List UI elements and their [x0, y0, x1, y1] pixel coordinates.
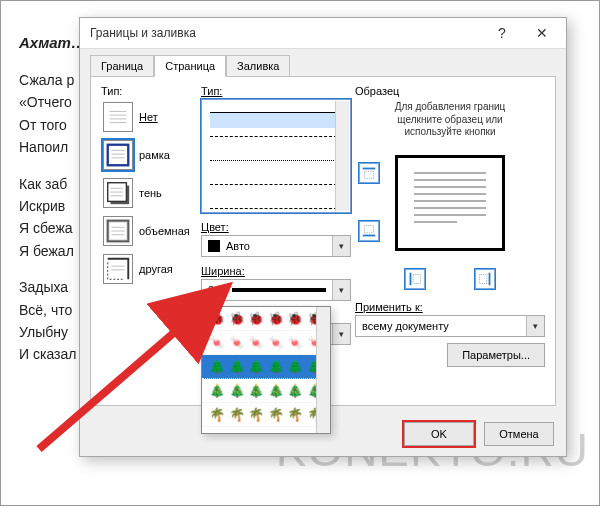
svg-rect-26	[480, 274, 487, 283]
art-option-trees-dark[interactable]: 🎄 🎄 🎄 🎄 🎄 🎄	[202, 379, 330, 403]
setting-column: Тип: Нет рамка тень	[101, 85, 197, 397]
style-scrollbar[interactable]	[335, 101, 349, 211]
cancel-button[interactable]: Отмена	[484, 422, 554, 446]
width-combo[interactable]: 3 пт ▾	[201, 279, 351, 301]
line-style-list[interactable]	[201, 99, 351, 213]
tab-border[interactable]: Граница	[90, 55, 154, 77]
preview-area	[355, 145, 545, 295]
dialog-footer: OK Отмена	[404, 422, 554, 446]
svg-rect-21	[365, 171, 374, 178]
box-icon	[103, 140, 133, 170]
art-option-palms[interactable]: 🌴 🌴 🌴 🌴 🌴 🌴	[202, 403, 330, 427]
chevron-down-icon: ▾	[332, 236, 350, 256]
type-3d[interactable]: объемная	[101, 213, 197, 249]
art-option-trees-green[interactable]: 🌲 🌲 🌲 🌲 🌲 🌲	[202, 355, 330, 379]
line-style-dotted[interactable]	[210, 160, 342, 176]
type-none[interactable]: Нет	[101, 99, 197, 135]
art-dropdown-list[interactable]: 🐞 🐞 🐞 🐞 🐞 🐞 🍬 🍬 🍬 🍬 🍬 🍬 🌲 🌲 🌲 🌲 🌲 🌲 🎄 🎄 …	[201, 306, 331, 434]
line-style-dashed1[interactable]	[210, 136, 342, 152]
three-d-icon	[103, 216, 133, 246]
type-custom[interactable]: другая	[101, 251, 197, 287]
width-preview-icon	[232, 288, 326, 292]
close-button[interactable]: ✕	[522, 19, 562, 47]
svg-rect-22	[365, 225, 374, 232]
dialog-titlebar[interactable]: Границы и заливка ? ✕	[80, 18, 566, 48]
color-label: Цвет:	[201, 221, 351, 233]
custom-icon	[103, 254, 133, 284]
width-label: Ширина:	[201, 265, 351, 277]
shadow-icon	[103, 178, 133, 208]
edge-right-button[interactable]	[475, 269, 495, 289]
sample-hint: Для добавления границ щелкните образец и…	[355, 101, 545, 139]
none-icon	[103, 102, 133, 132]
tab-strip: Граница Страница Заливка	[90, 55, 556, 77]
chevron-down-icon: ▾	[332, 280, 350, 300]
line-style-solid[interactable]	[210, 112, 342, 128]
type-shadow[interactable]: тень	[101, 175, 197, 211]
apply-to-row: Применить к: всему документу ▾ Параметры…	[355, 301, 545, 367]
options-button[interactable]: Параметры...	[447, 343, 545, 367]
color-combo[interactable]: Авто ▾	[201, 235, 351, 257]
chevron-down-icon: ▾	[332, 324, 350, 344]
art-scrollbar[interactable]	[316, 307, 330, 433]
color-swatch-icon	[208, 240, 220, 252]
dialog-title: Границы и заливка	[90, 26, 482, 40]
svg-rect-25	[413, 274, 420, 283]
help-button[interactable]: ?	[482, 19, 522, 47]
edge-bottom-button[interactable]	[359, 221, 379, 241]
type-box[interactable]: рамка	[101, 137, 197, 173]
ok-button[interactable]: OK	[404, 422, 474, 446]
line-style-dashed2[interactable]	[210, 184, 342, 200]
line-style-dashdot[interactable]	[210, 208, 342, 213]
apply-label: Применить к:	[355, 301, 545, 313]
edge-top-button[interactable]	[359, 163, 379, 183]
preview-column: Образец Для добавления границ щелкните о…	[355, 85, 545, 397]
edge-left-button[interactable]	[405, 269, 425, 289]
page-preview[interactable]	[395, 155, 505, 251]
apply-to-combo[interactable]: всему документу ▾	[355, 315, 545, 337]
art-option-bugs[interactable]: 🐞 🐞 🐞 🐞 🐞 🐞	[202, 307, 330, 331]
svg-rect-4	[108, 145, 129, 166]
type-label: Тип:	[101, 85, 197, 97]
sample-label: Образец	[355, 85, 545, 97]
style-label: Тип:	[201, 85, 351, 97]
tab-page[interactable]: Страница	[154, 55, 226, 77]
chevron-down-icon: ▾	[526, 316, 544, 336]
tab-fill[interactable]: Заливка	[226, 55, 290, 77]
art-option-candies[interactable]: 🍬 🍬 🍬 🍬 🍬 🍬	[202, 331, 330, 355]
